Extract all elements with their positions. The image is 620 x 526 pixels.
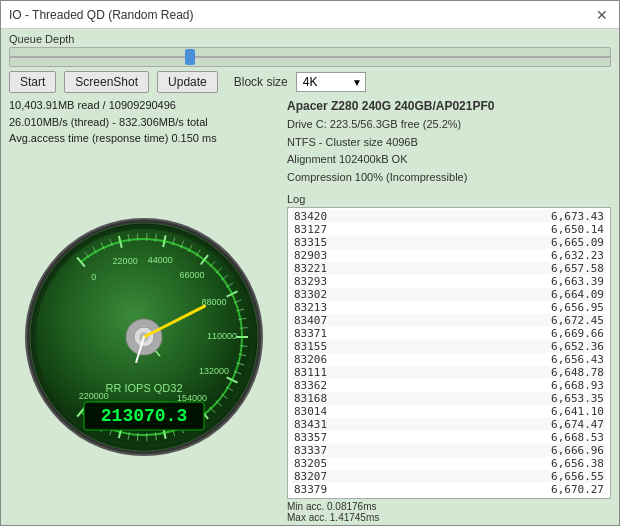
log-row: 834076,672.45	[292, 314, 606, 327]
log-row: 831686,653.35	[292, 392, 606, 405]
block-size-select[interactable]: 4K 512B 1K 2K 8K 16K 32K 64K	[296, 72, 366, 92]
gauge-value: 213070.3	[101, 406, 187, 426]
content-area: Queue Depth Start ScreenShot Update Bloc…	[1, 29, 619, 526]
log-row: 831116,648.78	[292, 366, 606, 379]
max-acc: Max acc. 1.41745ms	[287, 512, 611, 523]
block-size-wrapper: 4K 512B 1K 2K 8K 16K 32K 64K ▼	[296, 72, 366, 92]
log-label: Log	[287, 193, 611, 205]
log-row: 831556,652.36	[292, 340, 606, 353]
block-size-label: Block size	[234, 75, 288, 89]
log-num: 83431	[294, 418, 342, 431]
log-row: 832076,656.55	[292, 470, 606, 483]
log-val: 6,674.47	[551, 418, 604, 431]
log-val: 6,632.23	[551, 249, 604, 262]
log-val: 6,653.35	[551, 392, 604, 405]
log-row: 832136,656.95	[292, 301, 606, 314]
slider-thumb[interactable]	[185, 49, 195, 65]
log-num: 83379	[294, 483, 342, 496]
log-num: 83207	[294, 470, 342, 483]
log-val: 6,669.66	[551, 327, 604, 340]
log-box[interactable]: 834206,673.43831276,650.14833156,665.098…	[287, 207, 611, 499]
log-num: 83337	[294, 444, 342, 457]
start-button[interactable]: Start	[9, 71, 56, 93]
queue-depth-label: Queue Depth	[9, 33, 611, 45]
log-val: 6,656.43	[551, 353, 604, 366]
window-title: IO - Threaded QD (Random Read)	[9, 8, 194, 22]
svg-text:44000: 44000	[148, 255, 173, 265]
gauge-label: RR IOPS QD32	[105, 382, 182, 394]
log-val: 6,668.93	[551, 379, 604, 392]
svg-text:220000: 220000	[79, 391, 109, 401]
log-num: 83111	[294, 366, 342, 379]
device-info: Apacer Z280 240G 240GB/AP021PF0 Drive C:…	[287, 97, 611, 187]
log-num: 83362	[294, 379, 342, 392]
log-num: 83155	[294, 340, 342, 353]
log-num: 83357	[294, 431, 342, 444]
log-val: 6,641.10	[551, 405, 604, 418]
log-row: 832056,656.38	[292, 457, 606, 470]
main-area: 10,403.91MB read / 10909290496 26.010MB/…	[9, 97, 611, 523]
device-ntfs: NTFS - Cluster size 4096B	[287, 134, 611, 152]
log-row: 832936,663.39	[292, 275, 606, 288]
min-acc: Min acc. 0.08176ms	[287, 501, 611, 512]
close-button[interactable]: ✕	[593, 6, 611, 24]
log-val: 6,668.53	[551, 431, 604, 444]
log-num: 83206	[294, 353, 342, 366]
log-row: 833626,668.93	[292, 379, 606, 392]
log-num: 82903	[294, 249, 342, 262]
log-num: 83420	[294, 210, 342, 223]
log-num: 83315	[294, 236, 342, 249]
log-row: 829036,632.23	[292, 249, 606, 262]
stats-text: 10,403.91MB read / 10909290496 26.010MB/…	[9, 97, 279, 147]
log-row: 832216,657.58	[292, 262, 606, 275]
log-row: 833716,669.66	[292, 327, 606, 340]
stat-line3: Avg.access time (response time) 0.150 ms	[9, 130, 279, 147]
update-button[interactable]: Update	[157, 71, 218, 93]
svg-text:132000: 132000	[199, 365, 229, 375]
gauge-svg: 0220004400066000880001100001320001540001…	[19, 217, 269, 457]
title-bar: IO - Threaded QD (Random Read) ✕	[1, 1, 619, 29]
log-val: 6,648.78	[551, 366, 604, 379]
svg-text:154000: 154000	[177, 392, 207, 402]
log-row: 833026,664.09	[292, 288, 606, 301]
stat-line1: 10,403.91MB read / 10909290496	[9, 97, 279, 114]
stat-line2: 26.010MB/s (thread) - 832.306MB/s total	[9, 114, 279, 131]
log-num: 83371	[294, 327, 342, 340]
log-num: 83293	[294, 275, 342, 288]
device-drive: Drive C: 223.5/56.3GB free (25.2%)	[287, 116, 611, 134]
device-alignment: Alignment 102400kB OK	[287, 151, 611, 169]
queue-depth-slider[interactable]	[9, 47, 611, 67]
log-row: 834316,674.47	[292, 418, 606, 431]
log-val: 6,663.39	[551, 275, 604, 288]
screenshot-button[interactable]: ScreenShot	[64, 71, 149, 93]
main-window: IO - Threaded QD (Random Read) ✕ Queue D…	[0, 0, 620, 526]
log-val: 6,652.36	[551, 340, 604, 353]
svg-text:22000: 22000	[113, 255, 138, 265]
log-val: 6,650.14	[551, 223, 604, 236]
log-num: 83205	[294, 457, 342, 470]
log-val: 6,670.27	[551, 483, 604, 496]
log-val: 6,656.55	[551, 470, 604, 483]
log-num: 83014	[294, 405, 342, 418]
log-val: 6,672.45	[551, 314, 604, 327]
log-val: 6,673.43	[551, 210, 604, 223]
device-compression: Compression 100% (Incompressible)	[287, 169, 611, 187]
log-row: 831276,650.14	[292, 223, 606, 236]
log-val: 6,657.58	[551, 262, 604, 275]
log-num: 83168	[294, 392, 342, 405]
left-panel: 10,403.91MB read / 10909290496 26.010MB/…	[9, 97, 279, 523]
log-row: 834206,673.43	[292, 210, 606, 223]
log-row: 833796,670.27	[292, 483, 606, 496]
log-row: 833576,668.53	[292, 431, 606, 444]
log-row: 830146,641.10	[292, 405, 606, 418]
controls-row: Start ScreenShot Update Block size 4K 51…	[9, 71, 611, 93]
log-row: 832066,656.43	[292, 353, 606, 366]
log-num: 83213	[294, 301, 342, 314]
log-val: 6,664.09	[551, 288, 604, 301]
svg-text:110000: 110000	[207, 331, 237, 341]
log-row: 833376,666.96	[292, 444, 606, 457]
queue-depth-section: Queue Depth	[9, 33, 611, 67]
log-row: 833156,665.09	[292, 236, 606, 249]
slider-track	[10, 56, 610, 58]
svg-text:0: 0	[91, 271, 96, 281]
